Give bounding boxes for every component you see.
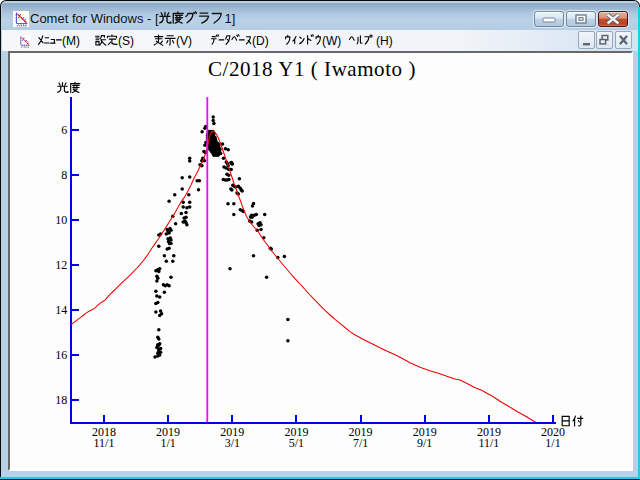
svg-text:16: 16 (55, 348, 67, 362)
svg-text:5/1: 5/1 (289, 436, 304, 450)
svg-text:9/1: 9/1 (417, 436, 432, 450)
svg-text:8: 8 (61, 168, 67, 182)
svg-text:14: 14 (55, 303, 67, 317)
svg-text:18: 18 (55, 393, 67, 407)
svg-text:1/1: 1/1 (545, 436, 560, 450)
svg-text:11/1: 11/1 (478, 436, 499, 450)
svg-text:6: 6 (61, 123, 67, 137)
svg-text:7/1: 7/1 (353, 436, 368, 450)
svg-text:C/2018 Y1 ( Iwamoto ): C/2018 Y1 ( Iwamoto ) (208, 57, 416, 81)
svg-text:11/1: 11/1 (94, 436, 115, 450)
svg-text:12: 12 (55, 258, 67, 272)
svg-text:10: 10 (55, 213, 67, 227)
svg-text:1/1: 1/1 (160, 436, 175, 450)
svg-text:3/1: 3/1 (225, 436, 240, 450)
